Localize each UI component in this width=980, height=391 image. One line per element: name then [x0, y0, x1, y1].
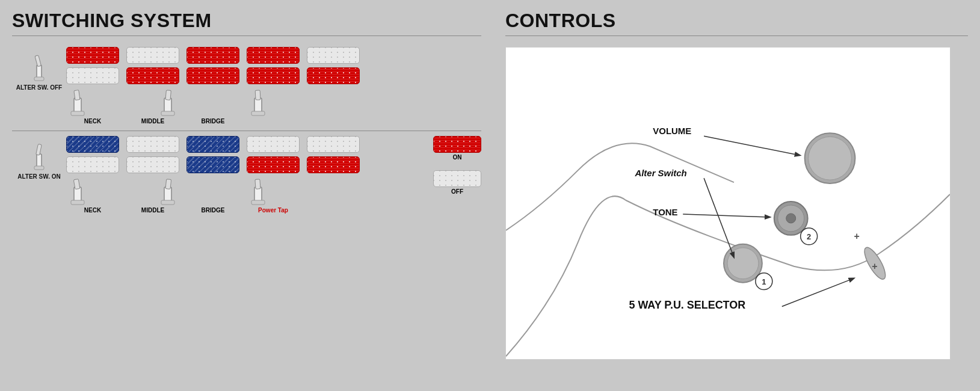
svg-rect-2: [35, 55, 41, 67]
pu-on-r1-4: [247, 136, 300, 153]
position-labels-on: NECK MIDDLE BRIDGE Power Tap: [66, 207, 481, 214]
pu-off-r2-3: [186, 67, 239, 84]
alter-off-section: ALTER SW. OFF: [12, 47, 481, 125]
svg-point-26: [786, 214, 796, 223]
label-neck-off: NECK: [66, 118, 119, 125]
toggle-neck-icon: [66, 89, 89, 117]
svg-rect-0: [37, 65, 42, 78]
controls-divider: [505, 35, 968, 36]
position-labels-off: NECK MIDDLE BRIDGE: [66, 118, 481, 125]
alter-off-row1: [66, 47, 481, 64]
alter-switch-label: Alter Switch: [634, 168, 686, 178]
svg-rect-3: [74, 98, 81, 112]
pu-on-r1-5: [307, 136, 360, 153]
svg-rect-10: [251, 111, 265, 115]
tone-label: TONE: [653, 207, 677, 217]
toggle-neck: [66, 89, 89, 117]
toggle-neck-on-icon: [66, 178, 89, 206]
alter-on-row2: [66, 156, 481, 173]
toggle-bridge-on-icon: [247, 178, 270, 206]
pu-on-r1-3: [186, 136, 239, 153]
pu-on-r1-2: [126, 136, 179, 153]
svg-rect-12: [37, 154, 42, 167]
pu-on-r2-4: [247, 156, 300, 173]
off-legend: OFF: [433, 170, 481, 195]
on-legend-block: [433, 136, 481, 153]
svg-rect-23: [255, 179, 260, 189]
svg-rect-15: [74, 187, 81, 202]
volume-label: VOLUME: [653, 126, 691, 136]
alter-off-label: ALTER SW. OFF: [16, 84, 62, 91]
svg-rect-6: [164, 98, 171, 112]
svg-rect-22: [251, 200, 265, 205]
off-label: OFF: [451, 188, 463, 195]
pu-off-r1-5: [307, 47, 360, 64]
toggle-bridge-icon: [247, 89, 270, 117]
on-legend: ON: [433, 136, 481, 161]
alter-on-label: ALTER SW. ON: [17, 173, 60, 180]
alter-off-icon-label: ALTER SW. OFF: [12, 47, 66, 91]
pu-off-r2-1: [66, 67, 119, 84]
alter-on-toggles: [66, 178, 481, 206]
svg-rect-21: [254, 187, 262, 202]
pu-on-r2-1: [66, 156, 119, 173]
svg-rect-16: [71, 200, 84, 205]
section-divider: [12, 131, 481, 131]
selector-arrow: [782, 279, 854, 307]
controls-panel: CONTROLS 2 1 + +: [493, 0, 980, 391]
controls-svg: 2 1 + + VOLUME Alter Switch TONE 5 WAY P…: [506, 48, 950, 359]
toggle-neck-on: [66, 178, 89, 206]
alter-off-row2: [66, 67, 481, 84]
svg-rect-11: [255, 90, 260, 100]
svg-rect-13: [34, 166, 44, 170]
alter-on-icon: [28, 142, 50, 171]
pu-off-r1-1: [66, 47, 119, 64]
alter-switch-arrow: [704, 178, 734, 257]
alter-on-grid: NECK MIDDLE BRIDGE Power Tap: [66, 136, 481, 214]
svg-rect-4: [71, 111, 84, 115]
on-off-legend: ON OFF: [433, 136, 481, 195]
toggle-bridge-on: [247, 178, 270, 206]
toggle-middle: [156, 89, 179, 117]
pu-on-r2-2: [126, 156, 179, 173]
pu-on-r1-1: [66, 136, 119, 153]
svg-rect-18: [164, 187, 171, 202]
svg-rect-20: [165, 179, 171, 189]
pu-off-r2-2: [126, 67, 179, 84]
tone-arrow: [683, 214, 770, 217]
on-label: ON: [453, 154, 462, 161]
off-legend-block: [433, 170, 481, 187]
title-divider: [12, 35, 481, 36]
alter-off-icon: [28, 53, 50, 82]
label-bridge-off: BRIDGE: [186, 118, 239, 125]
svg-rect-9: [254, 98, 262, 112]
label-middle-on: MIDDLE: [126, 207, 179, 214]
alter-on-row1: [66, 136, 481, 153]
pu-off-r1-4: [247, 47, 300, 64]
pu-off-r1-3: [186, 47, 239, 64]
alter-off-grid: NECK MIDDLE BRIDGE: [66, 47, 481, 125]
svg-rect-19: [161, 200, 174, 205]
toggle-middle-on: [156, 178, 179, 206]
controls-title: CONTROLS: [505, 10, 968, 32]
label-neck-on: NECK: [66, 207, 119, 214]
svg-rect-5: [74, 90, 80, 100]
pu-off-r2-4: [247, 67, 300, 84]
selector-label: 5 WAY P.U. SELECTOR: [629, 299, 745, 311]
svg-rect-7: [161, 111, 174, 115]
svg-point-24: [809, 137, 852, 180]
toggle-middle-on-icon: [156, 178, 179, 206]
toggle-middle-icon: [156, 89, 179, 117]
pu-on-r2-3: [186, 156, 239, 173]
knob1-label: 1: [762, 277, 766, 286]
knob2-label: 2: [807, 232, 811, 241]
plus2-icon: +: [872, 261, 877, 271]
volume-arrow: [704, 136, 800, 155]
controls-diagram: 2 1 + + VOLUME Alter Switch TONE 5 WAY P…: [505, 47, 951, 360]
plus1-icon: +: [854, 231, 859, 241]
alter-off-toggles: [66, 89, 481, 117]
label-power-tap: Power Tap: [247, 207, 300, 214]
alter-on-icon-label: ALTER SW. ON: [12, 136, 66, 180]
pu-on-r2-5: [307, 156, 360, 173]
alter-on-section: ON OFF ALTER SW. ON: [12, 136, 481, 214]
